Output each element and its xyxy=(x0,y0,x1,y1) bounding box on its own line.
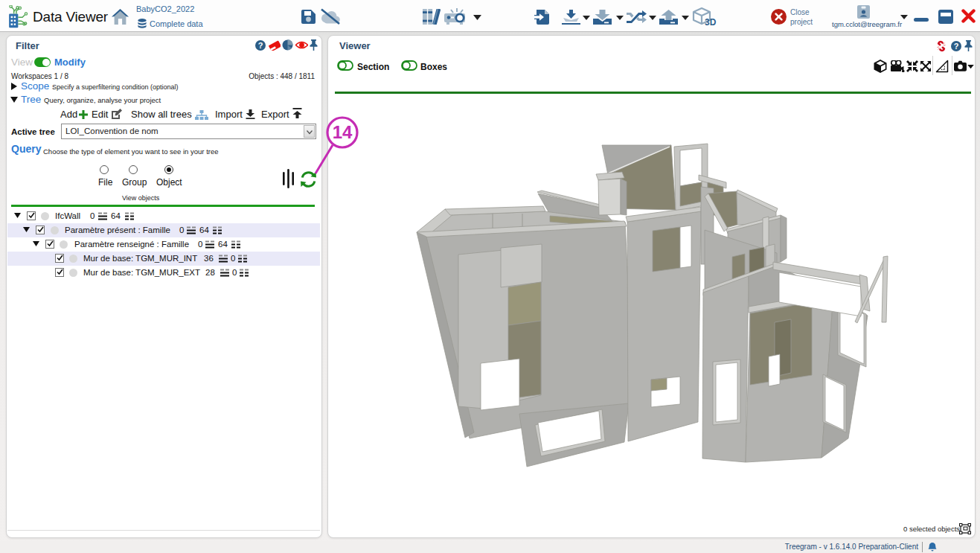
svg-text:?: ? xyxy=(258,41,263,50)
svg-text:?: ? xyxy=(954,42,959,51)
